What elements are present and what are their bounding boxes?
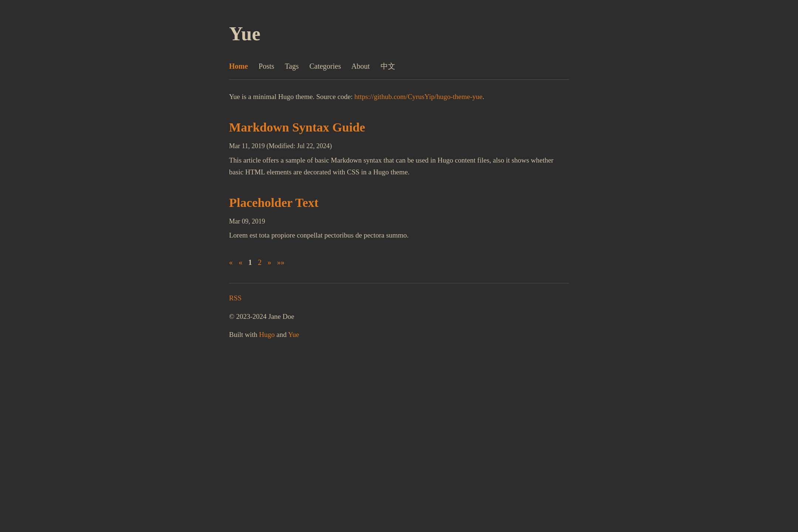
pagination-page1: 1 (248, 256, 252, 268)
rss-link[interactable]: RSS (229, 293, 569, 304)
hugo-link[interactable]: Hugo (259, 331, 274, 338)
main-nav: Home Posts Tags Categories About 中文 (229, 60, 569, 72)
post-title-2: Placeholder Text (229, 193, 569, 213)
nav-categories[interactable]: Categories (309, 62, 341, 70)
nav-home[interactable]: Home (229, 62, 248, 70)
post-meta-2: Mar 09, 2019 (229, 216, 569, 227)
intro-text-before: Yue is a minimal Hugo theme. Source code… (229, 93, 354, 100)
post-link-2[interactable]: Placeholder Text (229, 196, 318, 209)
footer: RSS © 2023-2024 Jane Doe Built with Hugo… (229, 293, 569, 340)
nav-posts[interactable]: Posts (259, 62, 274, 70)
footer-divider (229, 283, 569, 283)
copyright: © 2023-2024 Jane Doe (229, 311, 569, 322)
pagination-page2[interactable]: 2 (258, 256, 262, 268)
pagination: « « 1 2 » »» (229, 256, 569, 268)
post-item-1: Markdown Syntax Guide Mar 11, 2019 (Modi… (229, 117, 569, 178)
nav-tags[interactable]: Tags (285, 62, 299, 70)
built-with: Built with Hugo and Yue (229, 329, 569, 340)
pagination-prev[interactable]: « (239, 256, 242, 268)
built-with-middle: and (275, 331, 288, 338)
yue-link[interactable]: Yue (288, 331, 299, 338)
source-code-link[interactable]: https://github.com/CyrusYip/hugo-theme-y… (354, 93, 482, 100)
pagination-first[interactable]: « (229, 256, 233, 268)
intro-paragraph: Yue is a minimal Hugo theme. Source code… (229, 91, 569, 103)
nav-about[interactable]: About (351, 62, 370, 70)
post-summary-2: Lorem est tota propiore conpellat pector… (229, 229, 569, 241)
nav-chinese[interactable]: 中文 (381, 62, 395, 70)
post-title-1: Markdown Syntax Guide (229, 117, 569, 137)
post-item-2: Placeholder Text Mar 09, 2019 Lorem est … (229, 193, 569, 241)
post-summary-1: This article offers a sample of basic Ma… (229, 154, 569, 178)
pagination-last[interactable]: »» (277, 256, 284, 268)
intro-text-after: . (482, 93, 484, 100)
site-title: Yue (229, 18, 569, 49)
post-meta-1: Mar 11, 2019 (Modified: Jul 22, 2024) (229, 141, 569, 151)
built-with-before: Built with (229, 331, 259, 338)
page-wrapper: Yue Home Posts Tags Categories About 中文 … (214, 0, 584, 359)
pagination-next[interactable]: » (267, 256, 271, 268)
post-link-1[interactable]: Markdown Syntax Guide (229, 120, 365, 134)
header-divider (229, 79, 569, 80)
